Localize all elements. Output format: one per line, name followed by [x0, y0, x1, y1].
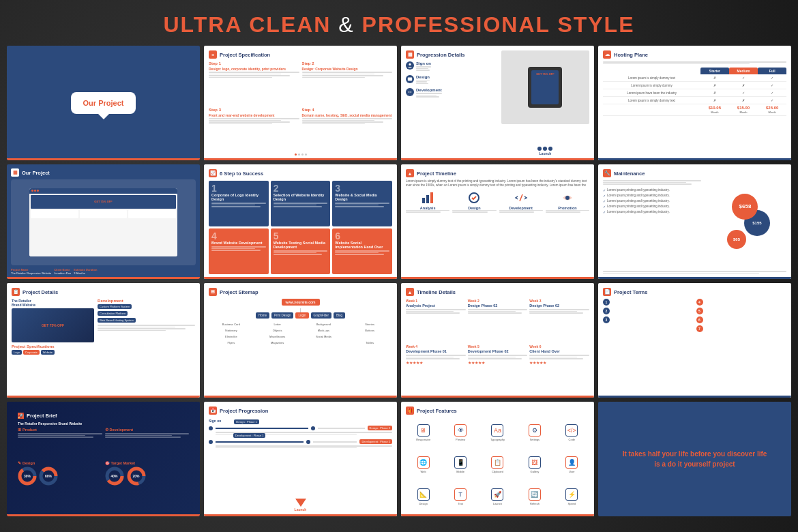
slide-7[interactable]: ▲ Project Timeline Lorem ipsum is simply… [401, 164, 594, 279]
prog-dev-icon [406, 88, 414, 96]
slide-8[interactable]: 🔧 Maintenance ✓Lorem ipsum printing and … [598, 164, 791, 279]
spec-grid: Step 1 Design: logo, corporate identity,… [209, 61, 392, 151]
step-4: 4 Brand Website Development [209, 228, 269, 274]
timeline-icon: ▲ [406, 169, 414, 177]
maint-right: $658 $155 $65 [704, 180, 786, 269]
steps-icon: 📈 [209, 169, 217, 177]
tablet-mockup: GET 75% OFF [501, 50, 589, 124]
step-2: 2 Selection of Website Identity Design [271, 181, 331, 226]
feature-1: 🖥 Responsive [406, 417, 441, 447]
slide-15[interactable]: 🎁 Project Features 🖥 Responsive 👁 Previe… [401, 402, 594, 516]
brief-icon: 🚀 [18, 413, 24, 419]
feature-7: 📱 Mobile [443, 449, 477, 479]
slide-2-title: ≡ Project Specification [209, 50, 392, 59]
slide-7-title: ▲ Project Timeline [406, 169, 589, 177]
svg-point-6 [565, 196, 570, 200]
sitemap-top-node: www.yoursite.com [282, 299, 320, 306]
slide-11-title: ▲ Timeline Details [406, 288, 589, 296]
terms-right: 4 5 6 7 [696, 299, 787, 393]
phase-promotion: Promotion [546, 191, 589, 213]
timeline-weeks: Week 1 Analysis Project Week 2 Design Ph… [406, 299, 589, 393]
slide-9[interactable]: 📋 Project Details The RetailerBrand Webs… [7, 283, 200, 398]
spec-item-2: Step 2 Design: Corporate Website Design [302, 61, 393, 105]
feature-10: 👤 User [555, 449, 589, 479]
timeline-phases: Analysis Design [406, 191, 589, 213]
title-ampersand: & [338, 12, 361, 37]
slide-6-bar [204, 277, 397, 279]
maint-left: ✓Lorem ipsum printing and typesetting in… [603, 180, 701, 269]
slide-6[interactable]: 📈 6 Step to Success 1 Corporate of Logo … [204, 164, 397, 279]
slide-14[interactable]: 📅 Project Progression Sign on Design : P… [204, 402, 397, 516]
slide-4-bar [598, 158, 791, 160]
feature-5: </> Code [555, 417, 589, 447]
tdetails-icon: ▲ [406, 288, 414, 296]
slide-5[interactable]: ▦ Our Project GET 75% OFF [7, 164, 200, 279]
feature-2: 👁 Preview [443, 417, 477, 447]
slide-13-bar [7, 514, 200, 516]
feature-4: ⚙ Settings [517, 417, 552, 447]
prog-sign-on: Sign on [406, 61, 499, 72]
slide-9-title: 📋 Project Details [12, 288, 195, 296]
slide-5-bar [7, 277, 200, 279]
launch-label: Launch [501, 147, 589, 156]
slide-10-title: ⊞ Project Sitemap [209, 288, 392, 296]
slide-10[interactable]: ⊞ Project Sitemap www.yoursite.com Home … [204, 283, 397, 398]
spec-item-3: Step 3 Front and rear-end website develo… [209, 108, 299, 151]
feature-12: T Text [443, 482, 477, 512]
slide-13[interactable]: 🚀 Project Brief The Retailer Responsive … [7, 402, 200, 516]
prog-people-icon [406, 61, 414, 70]
project-mockup: GET 75% OFF [11, 179, 196, 265]
phase-analysis: Analysis [406, 191, 449, 213]
week-1: Week 1 Analysis Project [406, 299, 466, 342]
slide-2-bar [204, 158, 397, 160]
slide-14-bar [204, 514, 397, 516]
step-5: 5 Website Testing Social Media Developme… [271, 228, 331, 274]
slide-4[interactable]: ☁ Hosting Plane Starter Medium Full Lore… [598, 46, 791, 160]
feature-3: Aa Typography [480, 417, 515, 447]
brief-title: 🚀 Project Brief [18, 413, 189, 419]
terms-left: 1 2 3 [603, 299, 694, 393]
feature-13: 🚀 Launch [480, 482, 515, 512]
slide-3[interactable]: ▦ Progression Details Sign on Design [401, 46, 594, 160]
spec-item-1: Step 1 Design: logo, corporate identity,… [209, 61, 299, 105]
timeline-desc: Lorem ipsum is simply dummy text of the … [406, 179, 589, 188]
sitemap-icon: ⊞ [209, 288, 217, 296]
svg-point-0 [409, 63, 411, 65]
features-icon: 🎁 [406, 407, 414, 415]
slide-3-title: ▦ Progression Details [406, 50, 499, 59]
slide-11[interactable]: ▲ Timeline Details Week 1 Analysis Proje… [401, 283, 594, 398]
hosting-desc [603, 61, 786, 65]
slide-12-bar [598, 396, 791, 398]
details-icon: 📋 [12, 288, 20, 296]
svg-rect-4 [430, 192, 433, 203]
slide5-icon: ▦ [11, 168, 19, 177]
prog-icon: ▦ [406, 50, 414, 59]
spec-item-4: Step 4 Domain name, hosting, SEO, social… [302, 108, 393, 151]
phase-design: Design [452, 191, 496, 213]
sitemap-content: www.yoursite.com Home Print Design Login… [209, 299, 392, 393]
svg-rect-3 [426, 195, 429, 203]
slide-16[interactable]: It takes half your life before you disco… [598, 402, 791, 516]
maint-icon: 🔧 [603, 169, 611, 177]
price-main: $658 [732, 194, 758, 220]
slide-9-bar [7, 396, 200, 398]
slide-2[interactable]: ≡ Project Specification Step 1 Design: l… [204, 46, 397, 160]
speech-bubble: Our Project [71, 92, 136, 114]
quote-text: It takes half your life before you disco… [623, 449, 767, 469]
feature-9: 🖼 Gallery [517, 449, 552, 479]
terms-content: 1 2 3 4 5 [603, 299, 786, 393]
main-title: ULTRA CLEAN & PROFESSIONAL STYLE [0, 0, 798, 46]
week-4: Week 4 Development Phase 01 ★★★★★ [406, 344, 466, 393]
step-6: 6 Website Social Implementation Hand Ove… [332, 228, 392, 274]
svg-rect-2 [422, 198, 425, 203]
slide-15-bar [401, 514, 594, 516]
spec-icon: ≡ [209, 50, 217, 59]
slide-14-title: 📅 Project Progression [209, 407, 392, 415]
slide-12[interactable]: 📄 Project Terms 1 2 3 4 [598, 283, 791, 398]
slide-4-title: ☁ Hosting Plane [603, 50, 786, 59]
prog-design-icon [406, 75, 414, 83]
slide-3-right: GET 75% OFF Launch [501, 50, 589, 156]
prog-stage-2: Development : Phase 1 Development : Phas… [209, 439, 392, 449]
hosting-icon: ☁ [603, 50, 611, 59]
slide-1[interactable]: Our Project [7, 46, 200, 160]
